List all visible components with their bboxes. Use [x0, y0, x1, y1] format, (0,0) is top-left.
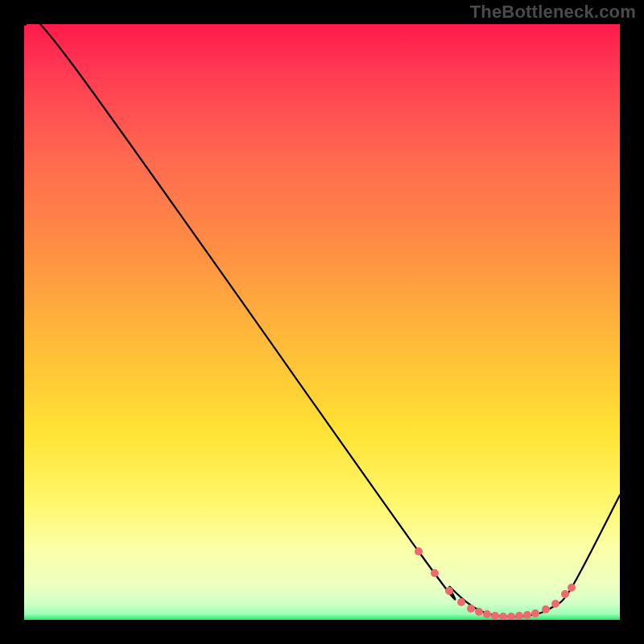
highlight-dot [507, 613, 515, 620]
highlight-dot [542, 605, 550, 613]
highlight-dot [568, 584, 576, 592]
highlight-dots [415, 547, 576, 620]
highlight-dot [431, 569, 439, 577]
highlight-dot [483, 610, 491, 618]
bottleneck-curve [24, 24, 620, 617]
highlight-dot [467, 605, 475, 613]
highlight-dot [457, 598, 465, 606]
chart-frame: TheBottleneck.com [0, 0, 644, 644]
highlight-dot [415, 547, 423, 555]
highlight-dot [551, 600, 559, 608]
highlight-dot [523, 611, 531, 619]
highlight-dot [531, 609, 539, 617]
watermark-text: TheBottleneck.com [470, 2, 636, 23]
plot-area [24, 24, 620, 620]
highlight-dot [475, 608, 483, 616]
curve-svg [24, 24, 620, 620]
highlight-dot [499, 613, 507, 620]
highlight-dot [515, 612, 523, 620]
highlight-dot [445, 587, 453, 595]
highlight-dot [491, 612, 499, 620]
highlight-dot [561, 590, 569, 598]
